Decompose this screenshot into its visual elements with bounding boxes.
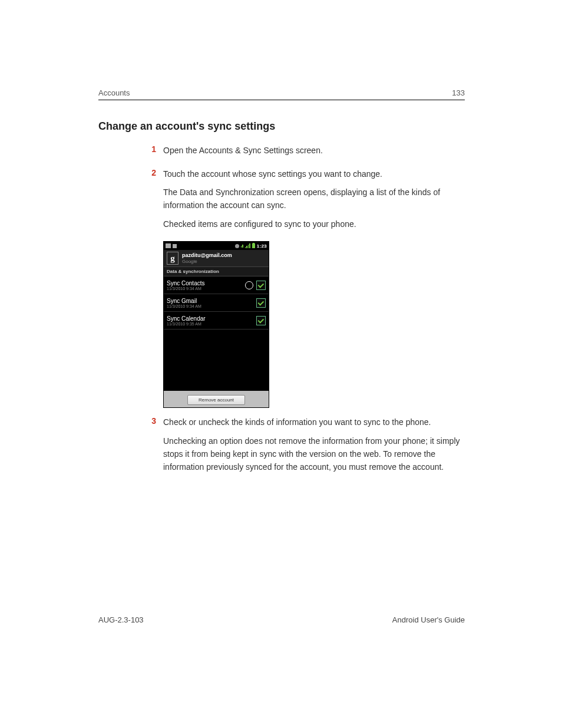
checkbox-checked-icon[interactable] xyxy=(256,281,266,290)
battery-icon xyxy=(252,243,255,248)
bottom-button-bar: Remove account xyxy=(164,391,269,407)
step-text: The Data and Synchronization screen open… xyxy=(163,186,465,212)
step-text: Unchecking an option does not remove the… xyxy=(163,435,465,473)
section-name: Accounts xyxy=(98,88,130,97)
sync-row-gmail[interactable]: Sync Gmail 11/3/2010 9:34 AM xyxy=(164,294,269,312)
sync-item-time: 11/3/2010 9:34 AM xyxy=(167,304,256,308)
phone-empty-area xyxy=(164,330,269,391)
account-provider: Google xyxy=(182,259,232,264)
sync-section-label: Data & synchronization xyxy=(164,266,269,276)
checkbox-checked-icon[interactable] xyxy=(256,298,266,308)
sync-item-time: 11/3/2010 9:34 AM xyxy=(167,286,245,291)
step-number: 1 xyxy=(144,144,156,163)
remove-account-button[interactable]: Remove account xyxy=(187,395,245,405)
status-clock: 1:23 xyxy=(257,243,267,249)
phone-screenshot: 1:23 g pazditu@gmail.com Google Data & s… xyxy=(163,241,269,408)
checkbox-checked-icon[interactable] xyxy=(256,316,266,325)
step-2: 2 Touch the account whose sync settings … xyxy=(144,168,465,237)
step-3: 3 Check or uncheck the kinds of informat… xyxy=(144,416,465,479)
steps-list: 1 Open the Accounts & Sync Settings scre… xyxy=(144,144,465,236)
notification-icon xyxy=(166,243,171,248)
data-3g-icon xyxy=(241,245,243,248)
footer-left: AUG-2.3-103 xyxy=(98,615,144,624)
step-1: 1 Open the Accounts & Sync Settings scre… xyxy=(144,144,465,163)
sync-item-title: Sync Contacts xyxy=(167,280,245,286)
page-title: Change an account's sync settings xyxy=(98,120,465,133)
sync-item-time: 11/3/2010 9:35 AM xyxy=(167,322,256,326)
sync-item-title: Sync Calendar xyxy=(167,315,256,322)
step-text: Checked items are configured to sync to … xyxy=(163,218,465,231)
running-header: Accounts 133 xyxy=(98,88,465,100)
account-header: g pazditu@gmail.com Google xyxy=(164,250,269,266)
page-footer: AUG-2.3-103 Android User's Guide xyxy=(98,615,465,624)
sync-row-calendar[interactable]: Sync Calendar 11/3/2010 9:35 AM xyxy=(164,312,269,330)
signal-icon xyxy=(245,243,250,248)
google-g-icon: g xyxy=(167,252,178,265)
step-text: Touch the account whose sync settings yo… xyxy=(163,168,465,181)
status-bar: 1:23 xyxy=(164,242,269,250)
account-email: pazditu@gmail.com xyxy=(182,253,232,259)
page-content: Accounts 133 Change an account's sync se… xyxy=(98,88,465,484)
step-text: Check or uncheck the kinds of informatio… xyxy=(163,416,465,429)
notification-icon xyxy=(173,244,177,248)
steps-list-cont: 3 Check or uncheck the kinds of informat… xyxy=(144,416,465,479)
sync-item-title: Sync Gmail xyxy=(167,298,256,304)
footer-right: Android User's Guide xyxy=(392,615,465,624)
step-text: Open the Accounts & Sync Settings screen… xyxy=(163,144,323,157)
sync-in-progress-icon xyxy=(245,281,253,289)
page-number: 133 xyxy=(452,88,465,97)
sync-row-contacts[interactable]: Sync Contacts 11/3/2010 9:34 AM xyxy=(164,276,269,294)
sync-list: Sync Contacts 11/3/2010 9:34 AM Sync Gma… xyxy=(164,276,269,330)
gps-icon xyxy=(235,244,239,248)
step-number: 3 xyxy=(144,416,156,479)
step-number: 2 xyxy=(144,168,156,237)
